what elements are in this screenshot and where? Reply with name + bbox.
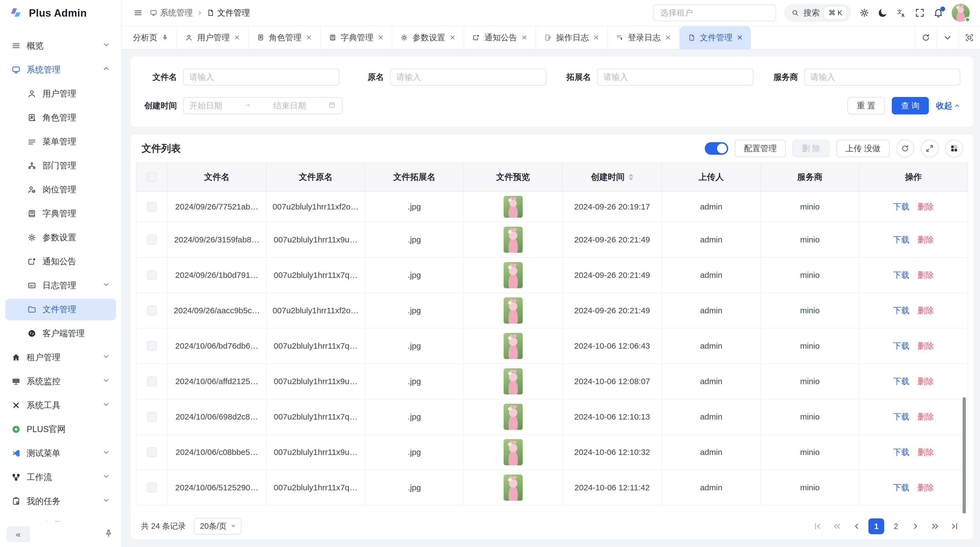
close-icon[interactable]: ✕ bbox=[306, 33, 312, 42]
preview-image[interactable] bbox=[504, 226, 523, 253]
close-icon[interactable]: ✕ bbox=[234, 33, 240, 42]
sidebar-item-gitee[interactable]: gitee记录 bbox=[5, 514, 116, 521]
tab-file[interactable]: 文件管理✕ bbox=[680, 26, 751, 49]
column-settings-button[interactable] bbox=[945, 139, 963, 158]
download-link[interactable]: 下载 bbox=[893, 447, 910, 458]
user-avatar[interactable] bbox=[952, 4, 970, 22]
sidebar-item-tools[interactable]: 系统工具 bbox=[5, 394, 116, 416]
download-link[interactable]: 下载 bbox=[893, 411, 910, 423]
pin-icon[interactable] bbox=[104, 529, 113, 540]
sidebar-item-overview[interactable]: 概览 bbox=[5, 35, 116, 57]
hamburger-icon[interactable] bbox=[134, 8, 143, 18]
sidebar-item-file[interactable]: 文件管理 bbox=[5, 298, 116, 321]
remove-link[interactable]: 删除 bbox=[918, 270, 934, 281]
row-checkbox[interactable] bbox=[147, 306, 157, 316]
sidebar-item-param[interactable]: 参数设置 bbox=[5, 226, 116, 249]
tab-role[interactable]: 角色管理✕ bbox=[249, 26, 321, 49]
preview-image[interactable] bbox=[504, 439, 523, 465]
global-search[interactable]: 搜索 ⌘ K bbox=[784, 4, 851, 22]
preview-image[interactable] bbox=[504, 196, 523, 218]
config-manage-button[interactable]: 配置管理 bbox=[735, 140, 786, 157]
tabs-more-button[interactable] bbox=[937, 26, 958, 49]
tab-loginlog[interactable]: 登录日志✕ bbox=[608, 26, 680, 49]
tab-dict[interactable]: 字典管理✕ bbox=[321, 26, 393, 49]
remove-link[interactable]: 删除 bbox=[918, 447, 934, 458]
sort-icon[interactable] bbox=[628, 174, 633, 180]
sidebar-item-mytask[interactable]: 我的任务 bbox=[5, 490, 116, 512]
tabs-maximize-button[interactable] bbox=[958, 26, 980, 49]
file-name-input[interactable]: 请输入 bbox=[183, 69, 339, 86]
pin-icon[interactable] bbox=[162, 34, 168, 41]
sidebar-item-dict[interactable]: 字典管理 bbox=[5, 203, 116, 225]
refresh-button[interactable] bbox=[896, 139, 914, 158]
download-link[interactable]: 下载 bbox=[893, 341, 910, 352]
page-size-select[interactable]: 20条/页 bbox=[194, 518, 241, 534]
delete-button[interactable]: 删 除 bbox=[792, 140, 829, 157]
sidebar-item-notice[interactable]: 通知公告 bbox=[5, 250, 116, 273]
sidebar-item-user[interactable]: 用户管理 bbox=[5, 83, 116, 105]
last-page-button[interactable] bbox=[947, 518, 963, 534]
download-link[interactable]: 下载 bbox=[893, 234, 910, 246]
close-icon[interactable]: ✕ bbox=[665, 33, 671, 42]
select-all-checkbox[interactable] bbox=[147, 172, 157, 182]
fullscreen-button[interactable] bbox=[915, 8, 925, 18]
sidebar-item-log[interactable]: DEV 日志管理 bbox=[5, 274, 116, 297]
forward-5-pages-button[interactable] bbox=[927, 518, 943, 534]
origin-name-input[interactable]: 请输入 bbox=[390, 69, 547, 86]
tab-analysis[interactable]: 分析页 bbox=[125, 26, 177, 49]
sidebar-collapse-button[interactable]: « bbox=[6, 526, 30, 542]
download-link[interactable]: 下载 bbox=[893, 482, 910, 493]
expand-button[interactable] bbox=[921, 139, 939, 158]
preview-image[interactable] bbox=[504, 333, 523, 359]
breadcrumb-root[interactable]: 系统管理 bbox=[150, 7, 193, 19]
remove-link[interactable]: 删除 bbox=[918, 305, 934, 316]
preview-image[interactable] bbox=[504, 404, 523, 430]
notifications-button[interactable] bbox=[933, 8, 943, 18]
close-icon[interactable]: ✕ bbox=[521, 33, 527, 42]
table-scrollbar[interactable] bbox=[963, 397, 966, 513]
sidebar-item-menu[interactable]: 菜单管理 bbox=[5, 131, 116, 153]
page-2-button[interactable]: 2 bbox=[888, 518, 904, 534]
remove-link[interactable]: 删除 bbox=[918, 341, 934, 352]
sidebar-item-dept[interactable]: 部门管理 bbox=[5, 155, 116, 177]
sidebar-item-workflow[interactable]: 工作流 bbox=[5, 466, 116, 488]
sidebar-item-system[interactable]: 系统管理 bbox=[5, 59, 116, 81]
next-page-button[interactable] bbox=[908, 518, 923, 534]
download-link[interactable]: 下载 bbox=[893, 270, 910, 281]
sidebar-item-role[interactable]: 角色管理 bbox=[5, 107, 116, 129]
remove-link[interactable]: 删除 bbox=[918, 234, 934, 246]
reset-button[interactable]: 重 置 bbox=[848, 97, 885, 115]
tab-param[interactable]: 参数设置✕ bbox=[392, 26, 464, 49]
sidebar-item-client[interactable]: 客户端管理 bbox=[5, 322, 116, 344]
back-5-pages-button[interactable] bbox=[829, 518, 845, 534]
download-link[interactable]: 下载 bbox=[893, 305, 910, 316]
page-1-button[interactable]: 1 bbox=[869, 518, 884, 534]
first-page-button[interactable] bbox=[810, 518, 826, 534]
remove-link[interactable]: 删除 bbox=[918, 482, 934, 493]
preview-image[interactable] bbox=[504, 262, 523, 288]
row-checkbox[interactable] bbox=[147, 270, 157, 280]
remove-link[interactable]: 删除 bbox=[918, 411, 934, 423]
close-icon[interactable]: ✕ bbox=[449, 33, 455, 42]
tenant-select[interactable]: 选择租户 bbox=[653, 4, 776, 21]
sidebar-item-tenant[interactable]: 租户管理 bbox=[5, 346, 116, 368]
row-checkbox[interactable] bbox=[147, 341, 157, 351]
preview-image[interactable] bbox=[504, 368, 523, 394]
sidebar-item-plus-site[interactable]: PLUS官网 bbox=[5, 418, 116, 440]
date-range-input[interactable]: 开始日期 结束日期 bbox=[183, 97, 342, 114]
col-created-time[interactable]: 创建时间 bbox=[563, 163, 662, 192]
preview-image[interactable] bbox=[504, 297, 523, 324]
row-checkbox[interactable] bbox=[147, 202, 157, 212]
ext-name-input[interactable]: 请输入 bbox=[597, 69, 754, 86]
tab-oplog[interactable]: 操作日志✕ bbox=[536, 26, 608, 49]
search-toggle[interactable] bbox=[705, 142, 728, 155]
close-icon[interactable]: ✕ bbox=[737, 33, 743, 42]
language-button[interactable]: 文A bbox=[896, 8, 907, 18]
remove-link[interactable]: 删除 bbox=[918, 376, 934, 387]
download-link[interactable]: 下载 bbox=[893, 376, 910, 387]
close-icon[interactable]: ✕ bbox=[378, 33, 384, 42]
row-checkbox[interactable] bbox=[147, 483, 157, 493]
row-checkbox[interactable] bbox=[147, 412, 157, 422]
download-link[interactable]: 下载 bbox=[893, 201, 910, 212]
tabs-refresh-button[interactable] bbox=[915, 26, 937, 49]
